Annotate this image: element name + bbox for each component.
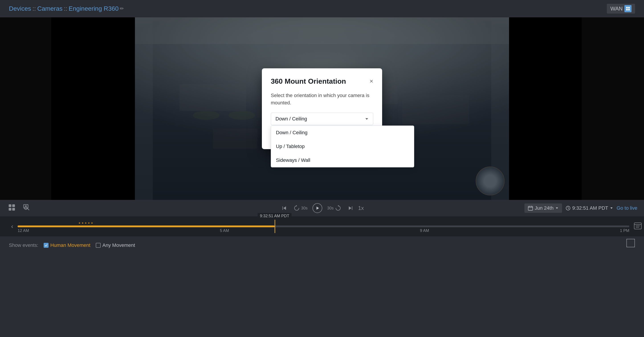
svg-marker-30	[349, 206, 352, 210]
svg-marker-27	[295, 205, 296, 206]
show-events-label: Show events:	[9, 242, 38, 248]
skip-back-30s-button[interactable]: 30s	[292, 203, 309, 213]
wan-icon	[624, 5, 632, 12]
svg-marker-29	[338, 205, 339, 206]
dropdown-item-down-ceiling[interactable]: Down / Ceiling	[271, 126, 414, 140]
header-bar: Devices :: Cameras :: Engineering R360 ✏…	[0, 0, 644, 17]
breadcrumb-current[interactable]: Engineering R360	[68, 5, 118, 12]
svg-rect-16	[9, 204, 11, 207]
timeline: ‹ 9:32:51 AM PDT 12 AM 5 AM 9 AM 1 PM	[0, 216, 644, 236]
timeline-label-9am: 9 AM	[420, 228, 429, 233]
modal-description: Select the orientation in which your cam…	[271, 92, 373, 106]
svg-rect-32	[528, 206, 533, 210]
svg-marker-46	[366, 118, 368, 120]
date-picker-button[interactable]: Jun 24th	[524, 203, 562, 213]
svg-marker-31	[352, 206, 352, 210]
svg-line-23	[28, 208, 29, 210]
svg-rect-18	[9, 208, 11, 211]
events-bar: Show events: Human Movement Any Movement	[0, 236, 644, 254]
expand-icon[interactable]	[626, 239, 635, 248]
svg-marker-28	[316, 207, 319, 210]
time-label: 9:32:51 AM PDT	[572, 205, 608, 211]
svg-rect-3	[628, 9, 630, 10]
svg-rect-2	[626, 9, 628, 10]
skip-back-label: 30s	[301, 206, 308, 211]
time-display: 9:32:51 AM PDT	[566, 205, 613, 211]
svg-marker-26	[283, 206, 286, 210]
svg-rect-17	[12, 204, 15, 207]
bottom-right-icons	[626, 239, 635, 248]
skip-forward-30s-button[interactable]: 30s	[326, 203, 343, 213]
search-icon[interactable]	[22, 202, 32, 214]
any-movement-checkbox-item[interactable]: Any Movement	[96, 242, 135, 248]
skip-forward-label: 30s	[327, 206, 334, 211]
svg-marker-25	[282, 206, 283, 210]
edit-icon[interactable]: ✏	[120, 6, 124, 11]
timeline-labels: 12 AM 5 AM 9 AM 1 PM	[18, 228, 629, 233]
breadcrumb-sep1: ::	[32, 5, 36, 12]
any-movement-label: Any Movement	[102, 242, 135, 248]
svg-rect-1	[628, 7, 630, 8]
svg-line-39	[568, 208, 569, 209]
modal-overlay: 360 Mount Orientation × Select the orien…	[0, 17, 644, 200]
timeline-tooltip: 9:32:51 AM PDT	[258, 213, 292, 219]
human-movement-checkbox[interactable]	[44, 243, 48, 248]
timeline-event-dot	[85, 222, 86, 224]
svg-rect-45	[627, 239, 635, 247]
skip-to-start-button[interactable]	[280, 204, 288, 212]
human-movement-checkbox-item[interactable]: Human Movement	[44, 242, 90, 248]
timeline-event-dot	[82, 222, 83, 224]
right-controls: Jun 24th 9:32:51 AM PDT Go to live	[524, 203, 637, 213]
human-movement-label: Human Movement	[50, 242, 90, 248]
go-live-button[interactable]: Go to live	[616, 205, 637, 211]
breadcrumb: Devices :: Cameras :: Engineering R360 ✏	[9, 5, 124, 12]
breadcrumb-devices[interactable]: Devices	[9, 5, 31, 12]
dropdown-container: Down / Ceiling Down / Ceiling Up / Table…	[271, 113, 373, 125]
svg-rect-0	[626, 7, 628, 8]
breadcrumb-sep2: ::	[64, 5, 68, 12]
timeline-track[interactable]: 9:32:51 AM PDT 12 AM 5 AM 9 AM 1 PM	[18, 220, 629, 233]
timeline-expand-icon[interactable]	[632, 220, 644, 233]
timeline-label-12am: 12 AM	[18, 228, 29, 233]
timeline-event-dot	[79, 222, 80, 224]
breadcrumb-cameras[interactable]: Cameras	[37, 5, 62, 12]
playback-controls: 30s 30s 1x	[280, 203, 364, 213]
modal-close-button[interactable]: ×	[370, 78, 373, 84]
timeline-event-dot	[91, 222, 93, 224]
controls-bar: 30s 30s 1x	[0, 200, 644, 216]
orientation-dropdown[interactable]: Down / Ceiling	[271, 113, 373, 125]
skip-to-end-button[interactable]	[346, 204, 354, 212]
modal-dialog: 360 Mount Orientation × Select the orien…	[262, 68, 382, 149]
dropdown-item-up-tabletop[interactable]: Up / Tabletop	[271, 140, 414, 153]
any-movement-checkbox[interactable]	[96, 243, 101, 248]
dropdown-list: Down / Ceiling Up / Tabletop Sideways / …	[271, 126, 414, 167]
timeline-arrow-left[interactable]: ‹	[9, 221, 15, 232]
wan-badge: WAN	[607, 4, 635, 13]
grid-view-icon[interactable]	[7, 202, 17, 214]
timeline-label-5am: 5 AM	[220, 228, 229, 233]
date-label: Jun 24th	[535, 205, 553, 211]
svg-marker-36	[556, 207, 558, 209]
modal-header: 360 Mount Orientation ×	[271, 77, 373, 85]
dropdown-item-sideways-wall[interactable]: Sideways / Wall	[271, 153, 414, 167]
timeline-event-dot	[88, 222, 90, 224]
svg-marker-40	[610, 207, 612, 209]
play-button[interactable]	[312, 203, 322, 213]
timeline-label-1pm: 1 PM	[620, 228, 629, 233]
modal-title: 360 Mount Orientation	[271, 77, 346, 85]
speed-label[interactable]: 1x	[358, 205, 364, 211]
dropdown-selected-value: Down / Ceiling	[276, 116, 307, 122]
timeline-progress	[18, 226, 274, 227]
wan-label: WAN	[610, 5, 622, 12]
svg-rect-19	[12, 208, 15, 211]
